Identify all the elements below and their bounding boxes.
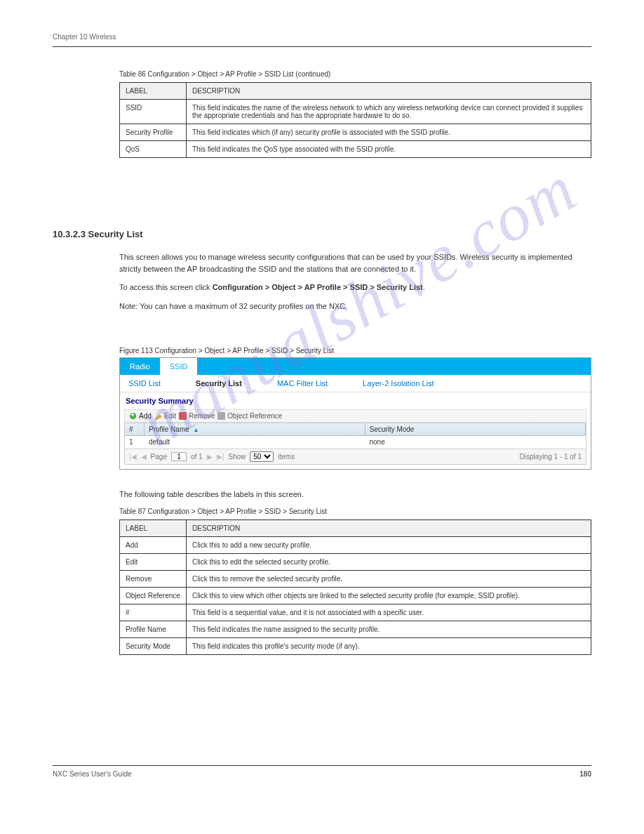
grid-header-num[interactable]: # <box>125 423 145 435</box>
intro-para1: This screen allows you to manage wireles… <box>119 251 591 274</box>
figure-caption: Figure 113 Configuration > Object > AP P… <box>119 347 591 355</box>
table87-r0-d: Click this to add a new security profile… <box>187 536 591 553</box>
table86-header-label: LABEL <box>120 83 187 100</box>
grid-toolbar: Add Edit Remove Object Reference <box>124 409 586 423</box>
pager-prev-icon[interactable]: ◀ <box>141 453 147 461</box>
table86-row0-desc: This field indicates the name of the wir… <box>187 100 591 124</box>
footer-right: 180 <box>579 770 591 778</box>
pager-items-label: items <box>278 453 295 461</box>
pager-show-select[interactable]: 50 <box>250 451 274 462</box>
table86-header-desc: DESCRIPTION <box>187 83 591 100</box>
table87-r0-l: Add <box>120 536 187 553</box>
table-row[interactable]: 1 default none <box>125 436 586 449</box>
subtab-security-list[interactable]: Security List <box>196 379 242 388</box>
edit-button[interactable]: Edit <box>154 412 176 420</box>
pager-display: Displaying 1 - 1 of 1 <box>520 453 582 461</box>
intro-para2-prefix: To access this screen click <box>119 283 213 291</box>
subtab-mac-filter[interactable]: MAC Filter List <box>277 379 328 388</box>
intro-para2: To access this screen click Configuratio… <box>119 282 591 293</box>
table87-r6-d: This field indicates this profile's secu… <box>187 637 591 654</box>
table87-r2-l: Remove <box>120 570 187 587</box>
table86-row2-label: QoS <box>120 141 187 158</box>
table87-r5-l: Profile Name <box>120 621 187 637</box>
object-reference-icon <box>217 412 225 420</box>
table-desc: The following table describes the labels… <box>119 489 591 501</box>
pager-last-icon[interactable]: ▶| <box>217 453 224 461</box>
pager-page-label: Page <box>151 453 167 461</box>
security-summary-title: Security Summary <box>120 392 591 409</box>
table87-header-desc: DESCRIPTION <box>187 519 591 536</box>
table86: LABEL DESCRIPTION SSID This field indica… <box>119 82 591 158</box>
edit-icon <box>154 412 162 420</box>
table87-r1-l: Edit <box>120 553 187 570</box>
pager-first-icon[interactable]: |◀ <box>129 453 137 461</box>
figure-section: Figure 113 Configuration > Object > AP P… <box>119 341 591 470</box>
pager-of-label: of 1 <box>191 453 203 461</box>
intro-para3: Note: You can have a maximum of 32 secur… <box>119 300 591 312</box>
table87-r6-l: Security Mode <box>120 637 187 654</box>
table87-r4-d: This field is a sequential value, and it… <box>187 604 591 621</box>
grid-header-profile-label: Profile Name <box>149 425 189 433</box>
table87-r4-l: # <box>120 604 187 621</box>
object-reference-button[interactable]: Object Reference <box>217 412 282 420</box>
primary-tabs: Radio SSID <box>120 358 591 375</box>
page-header-text: Chapter 10 Wireless <box>53 33 116 41</box>
footer-left: NXC Series User's Guide <box>53 770 132 778</box>
subtab-ssid-list[interactable]: SSID List <box>128 379 161 388</box>
intro-block: This screen allows you to manage wireles… <box>119 251 591 319</box>
intro-para3-suffix: NXC. <box>329 302 347 310</box>
table87-header-label: LABEL <box>120 519 187 536</box>
sub-tabs: SSID List Security List MAC Filter List … <box>120 375 591 392</box>
edit-label: Edit <box>164 412 176 420</box>
grid-header-mode[interactable]: Security Mode <box>365 423 586 435</box>
table87-r2-d: Click this to remove the selected securi… <box>187 570 591 587</box>
table87-r3-l: Object Reference <box>120 587 187 604</box>
figure-box: Radio SSID SSID List Security List MAC F… <box>119 357 591 470</box>
table87-block: The following table describes the labels… <box>119 489 591 655</box>
remove-icon <box>179 412 187 420</box>
sort-asc-icon: ▲ <box>194 427 199 433</box>
grid-header-profile[interactable]: Profile Name ▲ <box>145 423 365 435</box>
section-heading-security-list: 10.3.2.3 Security List <box>53 229 143 239</box>
remove-button[interactable]: Remove <box>179 412 215 420</box>
table86-caption: Table 86 Configuration > Object > AP Pro… <box>119 70 591 78</box>
table87-caption: Table 87 Configuration > Object > AP Pro… <box>119 508 591 515</box>
table86-row1-label: Security Profile <box>120 124 187 141</box>
grid-header: # Profile Name ▲ Security Mode <box>125 423 586 436</box>
pager-next-icon[interactable]: ▶ <box>207 453 213 461</box>
grid-row0-num: 1 <box>125 436 145 448</box>
table87: LABEL DESCRIPTION AddClick this to add a… <box>119 519 591 655</box>
table86-row0-label: SSID <box>120 100 187 124</box>
pager: |◀ ◀ Page of 1 ▶ ▶| Show 50 items Displa… <box>125 449 586 464</box>
remove-label: Remove <box>189 412 215 420</box>
table87-r5-d: This field indicates the name assigned t… <box>187 621 591 637</box>
subtab-layer2-isolation[interactable]: Layer-2 Isolation List <box>363 379 434 388</box>
table86-row2-desc: This field indicates the QoS type associ… <box>187 141 591 158</box>
intro-para3-prefix: Note: You can have a maximum of 32 secur… <box>119 302 329 310</box>
pager-show-label: Show <box>228 453 246 461</box>
tab-ssid[interactable]: SSID <box>160 358 198 375</box>
table87-r1-d: Click this to edit the selected security… <box>187 553 591 570</box>
tab-radio[interactable]: Radio <box>120 358 160 375</box>
page-footer: NXC Series User's Guide 180 <box>53 765 591 778</box>
table87-r3-d: Click this to view which other objects a… <box>187 587 591 604</box>
security-grid: # Profile Name ▲ Security Mode 1 default… <box>124 423 586 465</box>
table86-section: Table 86 Configuration > Object > AP Pro… <box>119 70 591 158</box>
grid-row0-profile: default <box>145 436 365 448</box>
grid-row0-mode: none <box>365 436 586 448</box>
add-label: Add <box>139 412 152 420</box>
object-reference-label: Object Reference <box>227 412 282 420</box>
table86-row1-desc: This field indicates which (if any) secu… <box>187 124 591 141</box>
add-icon <box>129 412 137 420</box>
pager-page-input[interactable] <box>171 452 187 461</box>
add-button[interactable]: Add <box>129 412 152 420</box>
intro-para2-path: Configuration > Object > AP Profile > SS… <box>213 283 423 291</box>
page-header-bar: Chapter 10 Wireless <box>53 32 591 47</box>
